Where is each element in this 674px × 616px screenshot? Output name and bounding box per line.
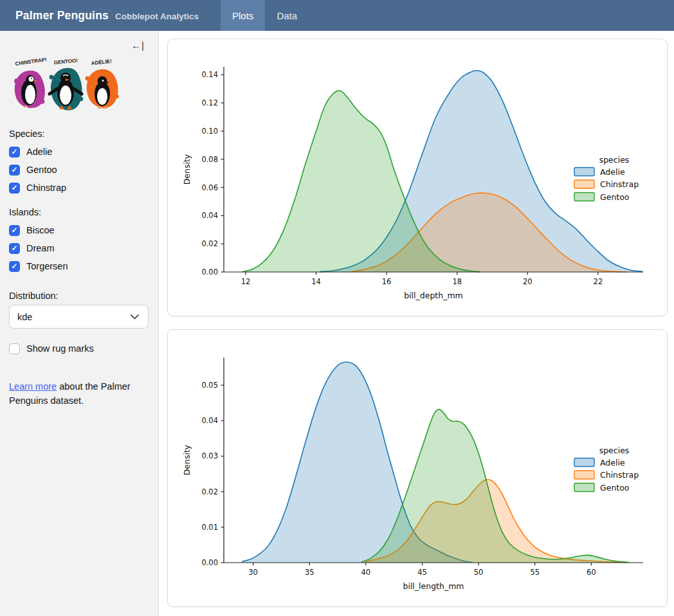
svg-text:18: 18 [452, 277, 462, 286]
svg-text:40: 40 [361, 568, 370, 577]
checkbox-rug-marks[interactable] [9, 343, 20, 354]
checkbox-row-adelie: ✓ Adelie [9, 143, 148, 161]
svg-text:60: 60 [587, 568, 596, 577]
svg-text:Gentoo: Gentoo [600, 192, 630, 202]
svg-text:0.04: 0.04 [201, 416, 218, 425]
bill-length-plot-card: 303540455055600.000.010.020.030.040.05bi… [167, 329, 668, 607]
checkbox-label-biscoe: Biscoe [26, 225, 55, 235]
artwork-label-gentoo: GENTOO! [53, 58, 78, 66]
checkbox-dream[interactable]: ✓ [9, 243, 20, 254]
svg-text:bill_depth_mm: bill_depth_mm [404, 291, 463, 300]
svg-text:0.01: 0.01 [201, 523, 218, 532]
svg-text:0.10: 0.10 [201, 127, 218, 136]
svg-text:0.06: 0.06 [201, 183, 218, 192]
species-section-label: Species: [9, 129, 148, 139]
svg-text:0.02: 0.02 [201, 487, 218, 496]
penguins-artwork-image: CHINSTRAP! GENTOO! ADÉLIE! [9, 57, 148, 118]
svg-text:0.12: 0.12 [201, 98, 218, 107]
tab-data[interactable]: Data [265, 0, 309, 31]
svg-text:0.08: 0.08 [201, 155, 218, 164]
bill-depth-density-chart: 1214161820220.000.020.040.060.080.100.12… [174, 46, 660, 309]
svg-text:14: 14 [311, 277, 321, 286]
svg-text:0.14: 0.14 [201, 70, 218, 79]
checkbox-torgersen[interactable]: ✓ [9, 261, 20, 272]
svg-text:0.02: 0.02 [201, 239, 218, 248]
svg-text:55: 55 [530, 568, 540, 577]
bill-depth-plot-card: 1214161820220.000.020.040.060.080.100.12… [167, 39, 668, 316]
bill-length-density-chart: 303540455055600.000.010.020.030.040.05bi… [174, 336, 660, 600]
svg-text:Chinstrap: Chinstrap [600, 470, 639, 480]
distribution-section-label: Distribution: [9, 291, 148, 301]
svg-text:12: 12 [241, 277, 251, 286]
svg-text:35: 35 [305, 568, 314, 577]
main-content: 1214161820220.000.020.040.060.080.100.12… [159, 31, 674, 616]
svg-text:Adelie: Adelie [600, 167, 625, 177]
svg-text:species: species [599, 155, 630, 165]
checkbox-row-biscoe: ✓ Biscoe [9, 221, 148, 239]
tab-plots[interactable]: Plots [221, 0, 265, 31]
checkbox-gentoo[interactable]: ✓ [9, 165, 20, 176]
svg-text:0.00: 0.00 [201, 267, 218, 276]
checkbox-chinstrap[interactable]: ✓ [9, 183, 20, 194]
svg-text:bill_length_mm: bill_length_mm [403, 581, 464, 591]
svg-text:0.00: 0.00 [201, 558, 218, 567]
islands-section-label: Islands: [9, 207, 148, 217]
svg-text:Density: Density [182, 444, 192, 475]
collapse-arrow-icon: ← [131, 40, 141, 51]
svg-text:16: 16 [382, 277, 392, 286]
svg-text:Adelie: Adelie [600, 458, 625, 467]
distribution-select[interactable]: kde [9, 305, 149, 329]
svg-text:Gentoo: Gentoo [600, 483, 630, 493]
svg-text:50: 50 [474, 568, 484, 577]
svg-text:species: species [599, 446, 630, 455]
app-title: Palmer Penguins [15, 9, 109, 23]
checkbox-biscoe[interactable]: ✓ [9, 225, 20, 236]
navbar: Palmer Penguins Cobblepot Analytics Plot… [0, 0, 674, 31]
app-subtitle: Cobblepot Analytics [115, 12, 199, 21]
svg-text:0.03: 0.03 [201, 451, 218, 460]
svg-text:0.04: 0.04 [201, 211, 218, 220]
svg-text:20: 20 [523, 277, 533, 286]
svg-text:Chinstrap: Chinstrap [600, 179, 639, 189]
checkbox-label-dream: Dream [26, 243, 55, 253]
checkbox-row-torgersen: ✓ Torgersen [9, 257, 148, 275]
sidebar-footer-text: Learn more about the Palmer Penguins dat… [9, 379, 138, 408]
svg-text:Density: Density [182, 154, 192, 185]
learn-more-link[interactable]: Learn more [9, 381, 57, 392]
nav-tabs: Plots Data [221, 0, 309, 31]
svg-text:30: 30 [248, 568, 258, 577]
checkbox-row-rug: Show rug marks [9, 340, 148, 358]
svg-text:22: 22 [594, 277, 603, 286]
checkbox-label-adelie: Adelie [26, 147, 52, 157]
checkbox-adelie[interactable]: ✓ [9, 147, 20, 158]
checkbox-label-chinstrap: Chinstrap [26, 183, 66, 193]
chevron-down-icon [131, 314, 139, 320]
checkbox-row-gentoo: ✓ Gentoo [9, 161, 148, 179]
svg-text:45: 45 [417, 568, 427, 577]
checkbox-label-torgersen: Torgersen [26, 261, 68, 271]
checkbox-label-rug: Show rug marks [26, 343, 94, 354]
artwork-label-adelie: ADÉLIE! [91, 59, 112, 66]
checkbox-row-dream: ✓ Dream [9, 239, 148, 257]
sidebar: ←| [0, 31, 159, 616]
sidebar-collapse-toggle[interactable]: ←| [131, 40, 144, 51]
checkbox-row-chinstrap: ✓ Chinstrap [9, 179, 148, 197]
artwork-label-chinstrap: CHINSTRAP! [15, 57, 47, 67]
app-brand: Palmer Penguins Cobblepot Analytics [0, 9, 199, 23]
checkbox-label-gentoo: Gentoo [26, 165, 57, 175]
svg-text:0.05: 0.05 [201, 381, 218, 390]
distribution-select-value: kde [17, 312, 32, 322]
